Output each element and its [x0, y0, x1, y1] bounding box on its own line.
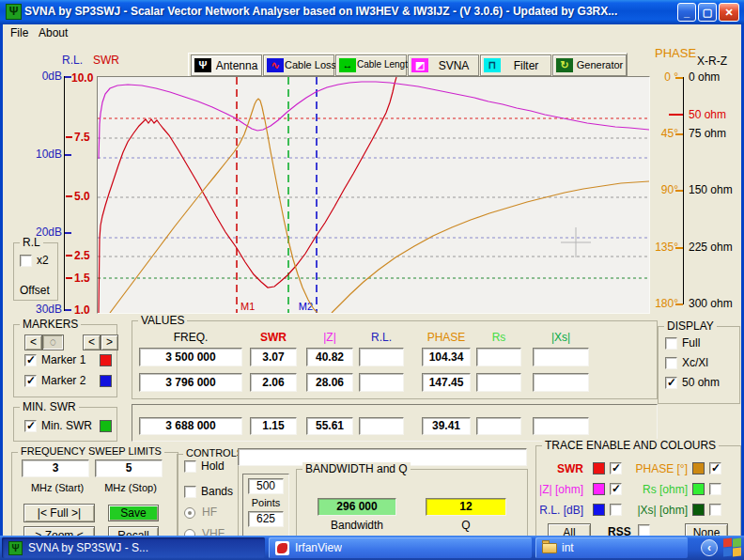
- save-button[interactable]: Save: [108, 505, 159, 521]
- rl-offset-group: R.L x2 Offset: [13, 242, 58, 301]
- stop-freq-field[interactable]: 5: [95, 459, 163, 477]
- trace-xs-swatch[interactable]: [692, 504, 705, 516]
- display-group: DISPLAY Full Xc/Xl 50 ohm: [658, 326, 740, 404]
- trace-phase-swatch[interactable]: [692, 462, 705, 474]
- hold-checkbox[interactable]: [184, 460, 196, 473]
- m1-phase-field[interactable]: 104.34: [422, 348, 471, 366]
- irfanview-task-label: IrfanView: [295, 541, 342, 554]
- marker2-checkbox[interactable]: [24, 375, 37, 387]
- q-label: Q: [426, 519, 506, 532]
- q-field[interactable]: 12: [426, 498, 506, 516]
- m1-freq-field[interactable]: 3 500 000: [139, 348, 242, 366]
- min-rl-field[interactable]: [359, 417, 404, 435]
- m2-phase-field[interactable]: 147.45: [422, 373, 471, 392]
- m2-freq-field[interactable]: 3 796 000: [139, 373, 242, 392]
- maximize-button[interactable]: ▢: [698, 3, 717, 22]
- min-swr-checkbox[interactable]: [24, 420, 37, 432]
- trace-rs-checkbox[interactable]: [709, 483, 721, 495]
- trace-xs-checkbox[interactable]: [709, 504, 721, 516]
- marker-step-right-button[interactable]: >: [101, 334, 118, 350]
- min-xs-field[interactable]: [533, 417, 589, 435]
- swr-tick-50: 5.0: [74, 190, 90, 203]
- bands-checkbox[interactable]: [184, 486, 196, 498]
- min-phase-field[interactable]: 39.41: [422, 417, 471, 435]
- minimize-button[interactable]: _: [677, 3, 696, 22]
- svg-text:M1: M1: [240, 301, 255, 312]
- toolbar-button-filter[interactable]: ⊓ Filter: [480, 54, 551, 76]
- m1-rs-field[interactable]: [476, 348, 521, 366]
- m1-z-field[interactable]: 40.82: [306, 348, 353, 366]
- swr-tick-15: 1.5: [74, 272, 90, 285]
- menu-file[interactable]: File: [10, 26, 28, 39]
- min-freq-field[interactable]: 3 688 000: [139, 417, 242, 435]
- m2-z-field[interactable]: 28.06: [306, 373, 353, 392]
- windows-flag-icon[interactable]: [723, 538, 742, 557]
- trace-phase-checkbox[interactable]: [709, 462, 721, 474]
- m1-swr-field[interactable]: 3.07: [250, 348, 297, 366]
- trace-rl-swatch[interactable]: [593, 504, 605, 516]
- toolbar-button-svna[interactable]: ◩ SVNA: [408, 54, 479, 76]
- taskbar: Ψ SVNA by SP3SWJ - S... IrfanView int ‹: [0, 536, 744, 560]
- min-swr-color-swatch[interactable]: [100, 420, 112, 432]
- marker2-color-swatch[interactable]: [100, 375, 112, 387]
- full-checkbox[interactable]: [665, 337, 677, 350]
- toolbar-label-svna: SVNA: [429, 59, 478, 72]
- phase-tick-180: 180°: [646, 297, 678, 310]
- hide-icons-chevron[interactable]: ‹: [701, 539, 718, 556]
- taskbar-task-irfanview[interactable]: IrfanView: [269, 537, 532, 558]
- svna-task-icon: Ψ: [8, 541, 23, 555]
- marker2-label: Marker 2: [41, 374, 85, 387]
- min-z-field[interactable]: 55.61: [306, 417, 353, 435]
- generator-icon: ↻: [556, 58, 573, 72]
- min-swr-field[interactable]: 1.15: [250, 417, 297, 435]
- menu-bar: File About: [3, 24, 741, 41]
- swr-tick-1: 1.0: [74, 303, 90, 317]
- swr-tickmark: [66, 136, 72, 138]
- min-rs-field[interactable]: [476, 417, 521, 435]
- marker-select-button[interactable]: ◌: [42, 334, 64, 350]
- points-field[interactable]: 500: [248, 478, 284, 494]
- trace-group-title: TRACE ENABLE AND COLOURS: [542, 439, 719, 452]
- min-swr-group: MIN. SWR Min. SWR: [13, 407, 117, 442]
- trace-swr-swatch[interactable]: [593, 462, 605, 474]
- ohm50-checkbox[interactable]: [665, 377, 677, 389]
- trace-rs-swatch[interactable]: [692, 483, 705, 495]
- m2-rl-field[interactable]: [359, 373, 404, 392]
- phase-tickmark: [675, 247, 683, 249]
- toolbar-button-cable-loss[interactable]: ∿ Cable Loss: [263, 54, 334, 76]
- taskbar-task-svna[interactable]: Ψ SVNA by SP3SWJ - S...: [2, 537, 265, 558]
- full-span-button[interactable]: |< Full >|: [23, 504, 95, 522]
- taskbar-task-int[interactable]: int: [535, 537, 688, 558]
- xcxl-checkbox[interactable]: [665, 357, 677, 369]
- toolbar-button-cable-length[interactable]: ↔ Cable Length: [335, 54, 407, 76]
- filter-icon: ⊓: [484, 58, 501, 72]
- m1-xs-field[interactable]: [533, 348, 589, 366]
- marker-step-left-button[interactable]: <: [83, 334, 101, 350]
- toolbar-button-generator[interactable]: ↻ Generator: [552, 54, 627, 76]
- m2-rs-field[interactable]: [476, 373, 521, 392]
- app-icon: Ψ: [6, 4, 22, 20]
- hf-radio[interactable]: [184, 507, 195, 519]
- points2-field[interactable]: 625: [248, 511, 284, 527]
- menu-about[interactable]: About: [39, 26, 68, 39]
- trace-z-swatch[interactable]: [593, 483, 605, 495]
- start-freq-field[interactable]: 3: [22, 459, 89, 477]
- bandwidth-field[interactable]: 296 000: [318, 498, 396, 516]
- full-label: Full: [682, 336, 700, 350]
- m1-rl-field[interactable]: [359, 348, 404, 366]
- toolbar-button-antenna[interactable]: Ψ Antenna: [191, 54, 262, 76]
- marker1-checkbox[interactable]: [24, 354, 37, 366]
- title-bar[interactable]: Ψ SVNA by SP3SWJ - Scalar Vector Network…: [0, 0, 744, 24]
- values-header-freq: FREQ.: [139, 331, 242, 344]
- markers-group-title: MARKERS: [20, 318, 81, 331]
- values-header-z: |Z|: [306, 331, 353, 344]
- rl-tick-0: 0dB: [26, 70, 62, 83]
- points-label: Points: [243, 497, 288, 508]
- marker-prev-button[interactable]: <: [24, 334, 42, 350]
- m2-swr-field[interactable]: 2.06: [250, 373, 297, 392]
- marker1-color-swatch[interactable]: [100, 354, 112, 366]
- x2-checkbox[interactable]: [20, 255, 32, 267]
- close-button[interactable]: ✕: [719, 3, 739, 22]
- m2-xs-field[interactable]: [533, 373, 589, 392]
- toolbar-label-antenna: Antenna: [212, 59, 261, 72]
